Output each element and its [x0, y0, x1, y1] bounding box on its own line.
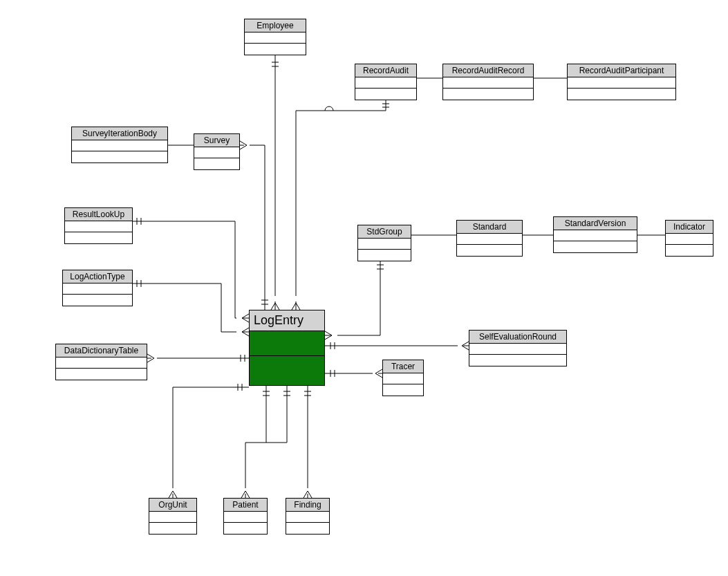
entity-recordauditrecord[interactable]: RecordAuditRecord [442, 64, 534, 100]
entity-standard[interactable]: Standard [456, 220, 523, 257]
entity-logactiontype[interactable]: LogActionType [62, 270, 133, 306]
entity-survey-title: Survey [194, 134, 239, 147]
entity-recordauditparticipant[interactable]: RecordAuditParticipant [567, 64, 676, 100]
entity-recordaudit-title: RecordAudit [355, 64, 416, 77]
entity-logentry[interactable]: LogEntry [249, 310, 325, 386]
entity-recordauditparticipant-title: RecordAuditParticipant [568, 64, 675, 77]
entity-standardversion[interactable]: StandardVersion [553, 216, 637, 253]
entity-stdgroup[interactable]: StdGroup [357, 225, 411, 261]
svg-point-25 [332, 333, 337, 338]
entity-standardversion-title: StandardVersion [554, 217, 637, 230]
svg-point-3 [272, 296, 278, 301]
svg-point-6 [293, 296, 299, 301]
svg-point-37 [170, 488, 176, 494]
svg-point-36 [373, 371, 378, 376]
entity-finding[interactable]: Finding [286, 498, 330, 535]
svg-point-40 [243, 488, 248, 494]
entity-tracer[interactable]: Tracer [382, 360, 424, 396]
entity-patient-title: Patient [224, 499, 267, 512]
entity-resultlookup[interactable]: ResultLookUp [64, 207, 133, 244]
entity-resultlookup-title: ResultLookUp [65, 208, 132, 221]
entity-employee-title: Employee [245, 19, 306, 32]
svg-point-44 [305, 488, 310, 494]
entity-selfevaluationround[interactable]: SelfEvaluationRound [469, 330, 567, 366]
entity-indicator-title: Indicator [666, 221, 713, 234]
entity-logentry-title: LogEntry [250, 310, 324, 331]
svg-point-18 [236, 329, 242, 335]
entity-survey[interactable]: Survey [194, 133, 240, 170]
svg-point-10 [244, 142, 250, 148]
svg-point-32 [458, 343, 463, 349]
entity-employee[interactable]: Employee [244, 19, 306, 55]
svg-point-20 [151, 355, 157, 361]
svg-point-15 [236, 315, 242, 321]
entity-tracer-title: Tracer [383, 360, 423, 373]
entity-logentry-body [250, 331, 324, 385]
entity-patient[interactable]: Patient [223, 498, 268, 535]
entity-orgunit-title: OrgUnit [149, 499, 196, 512]
entity-datadictionarytable-title: DataDictionaryTable [56, 344, 147, 357]
entity-datadictionarytable[interactable]: DataDictionaryTable [55, 344, 147, 380]
entity-indicator[interactable]: Indicator [665, 220, 713, 257]
entity-recordaudit[interactable]: RecordAudit [355, 64, 417, 100]
entity-surveyiterationbody[interactable]: SurveyIterationBody [71, 127, 168, 163]
entity-standard-title: Standard [457, 221, 522, 234]
entity-orgunit[interactable]: OrgUnit [149, 498, 197, 535]
entity-recordauditrecord-title: RecordAuditRecord [443, 64, 533, 77]
entity-stdgroup-title: StdGroup [358, 225, 411, 239]
entity-surveyiterationbody-title: SurveyIterationBody [72, 127, 167, 140]
entity-logactiontype-title: LogActionType [63, 270, 132, 284]
entity-selfevaluationround-title: SelfEvaluationRound [469, 331, 566, 344]
entity-finding-title: Finding [286, 499, 329, 512]
